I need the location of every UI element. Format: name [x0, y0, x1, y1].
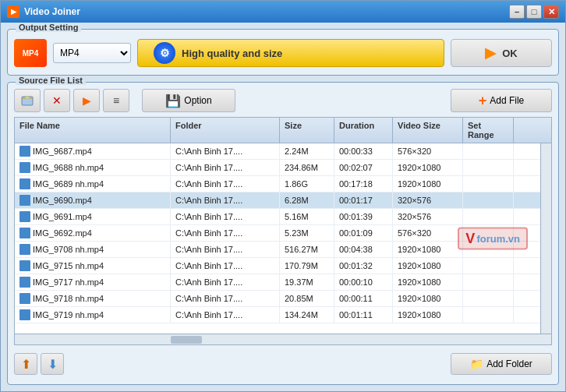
title-bar: ▶ Video Joiner – □ ✕	[1, 1, 565, 23]
add-file-label: Add File	[490, 95, 524, 106]
col-header-setrange: Set Range	[463, 118, 514, 143]
plus-icon: +	[479, 93, 487, 109]
cell-size: 20.85M	[280, 291, 334, 306]
cell-name: IMG_9687.mp4	[15, 143, 171, 159]
bottom-bar: ⬆ ⬇ 📁 Add Folder	[14, 350, 552, 378]
close-button[interactable]: ✕	[543, 5, 559, 19]
ok-arrow-icon: ▶	[485, 44, 496, 62]
table-row[interactable]: IMG_9719 nh.mp4 C:\Anh Binh 17.... 134.2…	[15, 307, 540, 323]
window-controls: – □ ✕	[509, 5, 559, 19]
option-button[interactable]: 💾 Option	[142, 89, 235, 112]
cell-name: IMG_9688 nh.mp4	[15, 160, 171, 175]
source-file-list-title: Source File List	[16, 76, 86, 85]
cell-folder: C:\Anh Binh 17....	[171, 242, 280, 257]
cell-setrange	[463, 225, 514, 241]
delete-button[interactable]: ✕	[44, 89, 70, 112]
file-icon	[19, 244, 30, 255]
table-row[interactable]: IMG_9689 nh.mp4 C:\Anh Binh 17.... 1.86G…	[15, 176, 540, 192]
cell-setrange	[463, 143, 514, 159]
col-header-size: Size	[280, 118, 334, 143]
cell-size: 5.16M	[280, 209, 334, 224]
cell-duration: 00:04:38	[334, 242, 393, 257]
file-icon	[19, 195, 30, 206]
col-header-videosize: Video Size	[393, 118, 463, 143]
table-row[interactable]: IMG_9718 nh.mp4 C:\Anh Binh 17.... 20.85…	[15, 291, 540, 307]
cell-videosize: 1920×1080	[393, 307, 463, 323]
cell-videosize: 576×320	[393, 225, 463, 241]
file-icon	[19, 211, 30, 222]
table-row[interactable]: IMG_9692.mp4 C:\Anh Binh 17.... 5.23M 00…	[15, 225, 540, 242]
cell-setrange	[463, 307, 514, 323]
file-table: File Name Folder Size Duration Video Siz…	[14, 117, 552, 345]
mp4-icon: MP4	[14, 39, 47, 67]
cell-size: 234.86M	[280, 160, 334, 175]
file-icon	[19, 228, 30, 238]
cell-duration: 00:00:10	[334, 274, 393, 290]
cell-videosize: 1920×1080	[393, 258, 463, 274]
cell-folder: C:\Anh Binh 17....	[171, 160, 280, 175]
cell-duration: 00:01:09	[334, 225, 393, 241]
open-button[interactable]	[14, 89, 41, 112]
cell-folder: C:\Anh Binh 17....	[171, 192, 280, 208]
move-up-button[interactable]: ⬆	[14, 353, 37, 375]
list-button[interactable]: ≡	[103, 89, 129, 112]
file-icon	[19, 293, 30, 304]
file-icon	[19, 178, 30, 189]
maximize-button[interactable]: □	[526, 5, 542, 19]
add-file-button[interactable]: + Add File	[451, 89, 552, 112]
cell-size: 19.37M	[280, 274, 334, 290]
main-window: ▶ Video Joiner – □ ✕ Output Setting MP4 …	[0, 0, 566, 392]
cell-size: 516.27M	[280, 242, 334, 257]
cell-name: IMG_9708 nh.mp4	[15, 242, 171, 257]
table-row[interactable]: IMG_9708 nh.mp4 C:\Anh Binh 17.... 516.2…	[15, 242, 540, 258]
folder-icon: 📁	[470, 358, 483, 370]
file-icon	[19, 309, 30, 320]
table-row[interactable]: IMG_9717 nh.mp4 C:\Anh Binh 17.... 19.37…	[15, 274, 540, 291]
cell-setrange	[463, 242, 514, 257]
cell-duration: 00:01:39	[334, 209, 393, 224]
cell-setrange	[463, 291, 514, 306]
cell-name: IMG_9690.mp4	[15, 192, 171, 208]
quality-button[interactable]: ⚙ High quality and size	[137, 39, 444, 67]
cell-duration: 00:01:32	[334, 258, 393, 274]
add-folder-label: Add Folder	[486, 358, 532, 369]
cell-videosize: 1920×1080	[393, 291, 463, 306]
horizontal-scrollbar[interactable]	[15, 334, 551, 344]
quality-label: High quality and size	[182, 48, 282, 59]
cell-videosize: 576×320	[393, 143, 463, 159]
cell-videosize: 320×576	[393, 192, 463, 208]
cell-duration: 00:00:33	[334, 143, 393, 159]
vertical-scrollbar[interactable]	[540, 143, 551, 334]
format-select[interactable]: MP4 AVI MKV MOV	[53, 43, 131, 63]
ok-label: OK	[502, 48, 518, 59]
cell-duration: 00:01:11	[334, 307, 393, 323]
cell-folder: C:\Anh Binh 17....	[171, 291, 280, 306]
play-button[interactable]: ▶	[73, 89, 100, 112]
table-row[interactable]: IMG_9691.mp4 C:\Anh Binh 17.... 5.16M 00…	[15, 209, 540, 225]
table-row[interactable]: IMG_9687.mp4 C:\Anh Binh 17.... 2.24M 00…	[15, 143, 540, 160]
table-body[interactable]: IMG_9687.mp4 C:\Anh Binh 17.... 2.24M 00…	[15, 143, 540, 334]
table-row[interactable]: IMG_9715 nh.mp4 C:\Anh Binh 17.... 170.7…	[15, 258, 540, 274]
minimize-button[interactable]: –	[509, 5, 525, 19]
cell-size: 170.79M	[280, 258, 334, 274]
col-header-folder: Folder	[171, 118, 280, 143]
window-title: Video Joiner	[24, 6, 509, 17]
add-folder-button[interactable]: 📁 Add Folder	[451, 353, 552, 375]
table-row[interactable]: IMG_9688 nh.mp4 C:\Anh Binh 17.... 234.8…	[15, 160, 540, 176]
ok-button[interactable]: ▶ OK	[451, 39, 552, 67]
content-area: Output Setting MP4 MP4 AVI MKV MOV ⚙ Hig…	[1, 23, 565, 391]
cell-folder: C:\Anh Binh 17....	[171, 209, 280, 224]
file-icon	[19, 146, 30, 157]
cell-videosize: 1920×1080	[393, 274, 463, 290]
file-icon	[19, 162, 30, 173]
table-row[interactable]: IMG_9690.mp4 C:\Anh Binh 17.... 6.28M 00…	[15, 192, 540, 209]
cell-duration: 00:17:18	[334, 176, 393, 192]
cell-folder: C:\Anh Binh 17....	[171, 307, 280, 323]
output-row: MP4 MP4 AVI MKV MOV ⚙ High quality and s…	[14, 39, 552, 67]
move-down-button[interactable]: ⬇	[41, 353, 64, 375]
cell-videosize: 1920×1080	[393, 160, 463, 175]
option-label: Option	[184, 95, 211, 106]
hscroll-thumb[interactable]	[171, 336, 202, 344]
cell-setrange	[463, 192, 514, 208]
app-icon: ▶	[7, 5, 19, 18]
